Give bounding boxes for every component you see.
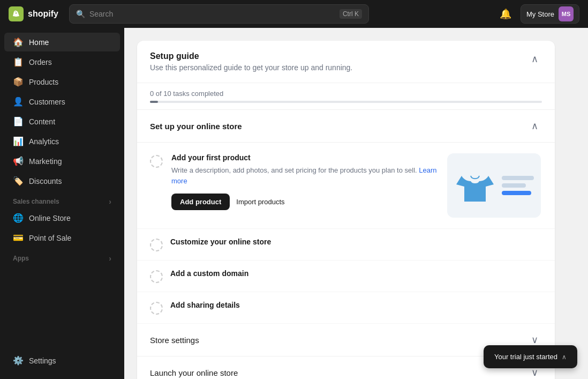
task-title-customize: Customize your online store [170, 237, 542, 246]
import-products-button[interactable]: Import products [236, 198, 284, 206]
tshirt-illustration-card [447, 153, 541, 218]
sidebar-item-online-store[interactable]: 🌐 Online Store [4, 209, 120, 227]
top-nav: shopify 🔍 Search Ctrl K 🔔 My Store MS [0, 0, 588, 28]
notifications-button[interactable]: 🔔 [496, 4, 515, 24]
app-body: 🏠 Home 📋 Orders 📦 Products 👤 Customers 📄… [0, 28, 588, 379]
point-of-sale-icon: 💳 [13, 233, 24, 243]
add-product-button[interactable]: Add product [171, 194, 230, 210]
setup-guide-header-text: Setup guide Use this personalized guide … [150, 51, 352, 72]
sidebar-item-customers[interactable]: 👤 Customers [4, 92, 120, 111]
trial-banner[interactable]: Your trial just started ∧ [484, 345, 577, 368]
sales-channels-label: Sales channels [13, 198, 59, 205]
sidebar-item-orders-label: Orders [29, 58, 52, 66]
products-icon: 📦 [13, 77, 24, 87]
sidebar-item-products-label: Products [29, 78, 58, 86]
sharing-details-task[interactable]: Add sharing details [137, 292, 555, 324]
settings-icon: ⚙️ [13, 355, 24, 366]
task-info-customize: Customize your online store [170, 237, 542, 249]
sidebar-item-discounts[interactable]: 🏷️ Discounts [4, 172, 120, 190]
task-circle-add-product [150, 155, 163, 168]
task-circle-sharing [150, 302, 163, 315]
task-circle-domain [150, 270, 163, 283]
progress-bar-background [150, 101, 542, 103]
task-circle-customize [150, 239, 163, 251]
task-title-domain: Add a custom domain [170, 269, 542, 278]
nav-right: 🔔 My Store MS [496, 4, 579, 24]
main-content: Setup guide Use this personalized guide … [124, 28, 588, 379]
task-illustration [446, 153, 542, 218]
task-actions: Add product Import products [171, 194, 437, 210]
sidebar-item-home[interactable]: 🏠 Home [4, 33, 120, 51]
setup-guide-collapse-button[interactable]: ∧ [527, 51, 542, 66]
trial-banner-chevron-icon: ∧ [562, 353, 567, 361]
content-icon: 📄 [13, 116, 24, 127]
task-title-sharing: Add sharing details [170, 301, 542, 309]
setup-guide-header: Setup guide Use this personalized guide … [137, 41, 555, 83]
trial-banner-text: Your trial just started [494, 353, 557, 361]
customize-store-task[interactable]: Customize your online store [137, 229, 555, 261]
task-title-add-product: Add your first product [171, 153, 437, 162]
discounts-icon: 🏷️ [13, 176, 24, 186]
progress-label: 0 of 10 tasks completed [150, 90, 542, 98]
task-info-domain: Add a custom domain [170, 269, 542, 281]
search-bar[interactable]: 🔍 Search Ctrl K [69, 4, 369, 24]
sidebar-item-content-label: Content [29, 117, 55, 126]
task-desc-text: Write a description, add photos, and set… [171, 166, 419, 174]
sidebar-bottom: ⚙️ Settings [0, 351, 124, 375]
store-settings-title: Store settings [150, 336, 199, 345]
sidebar-item-orders[interactable]: 📋 Orders [4, 53, 120, 71]
launch-online-store-title: Launch your online store [150, 368, 238, 377]
setup-card: Setup guide Use this personalized guide … [137, 41, 555, 379]
sidebar-item-products[interactable]: 📦 Products [4, 72, 120, 91]
tshirt-svg [454, 164, 496, 207]
add-first-product-task: Add your first product Write a descripti… [137, 143, 555, 229]
illustration-lines [502, 176, 534, 195]
task-info-add-product: Add your first product Write a descripti… [171, 153, 437, 210]
sidebar-item-customers-label: Customers [29, 98, 65, 106]
analytics-icon: 📊 [13, 136, 24, 146]
sidebar-item-content[interactable]: 📄 Content [4, 112, 120, 131]
avatar: MS [559, 6, 574, 21]
online-store-section-header[interactable]: Set up your online store ∧ [137, 110, 555, 143]
shopify-text: shopify [28, 9, 58, 19]
orders-icon: 📋 [13, 57, 24, 67]
sidebar-item-point-of-sale-label: Point of Sale [29, 234, 71, 242]
sidebar: 🏠 Home 📋 Orders 📦 Products 👤 Customers 📄… [0, 28, 124, 379]
store-name: My Store [526, 10, 554, 18]
setup-progress: 0 of 10 tasks completed [137, 83, 555, 110]
apps-section: Apps › [0, 248, 124, 265]
online-store-icon: 🌐 [13, 213, 24, 223]
sidebar-item-marketing-label: Marketing [29, 157, 62, 166]
sidebar-item-settings-label: Settings [29, 356, 56, 365]
customers-icon: 👤 [13, 96, 24, 107]
task-info-sharing: Add sharing details [170, 301, 542, 313]
sidebar-item-analytics-label: Analytics [29, 137, 59, 146]
apps-expand-icon[interactable]: › [109, 254, 111, 263]
sidebar-item-discounts-label: Discounts [29, 177, 62, 185]
apps-label: Apps [13, 255, 29, 262]
setup-guide-description: Use this personalized guide to get your … [150, 63, 352, 72]
sidebar-item-home-label: Home [29, 38, 49, 47]
shopify-logo[interactable]: shopify [9, 6, 58, 21]
shopify-logo-icon [9, 6, 24, 21]
setup-guide-title: Setup guide [150, 51, 352, 61]
progress-bar-fill [150, 101, 158, 103]
sidebar-item-point-of-sale[interactable]: 💳 Point of Sale [4, 228, 120, 247]
online-store-section-title: Set up your online store [150, 122, 242, 131]
sidebar-item-online-store-label: Online Store [29, 214, 71, 222]
sales-channels-section: Sales channels › [0, 191, 124, 208]
sidebar-item-marketing[interactable]: 📢 Marketing [4, 152, 120, 170]
search-placeholder: Search [89, 10, 113, 18]
home-icon: 🏠 [13, 37, 24, 47]
search-shortcut: Ctrl K [340, 9, 362, 19]
sidebar-item-analytics[interactable]: 📊 Analytics [4, 132, 120, 151]
marketing-icon: 📢 [13, 156, 24, 166]
sidebar-item-settings[interactable]: ⚙️ Settings [4, 351, 120, 370]
task-desc-add-product: Write a description, add photos, and set… [171, 165, 437, 186]
sales-channels-expand-icon[interactable]: › [109, 197, 111, 206]
custom-domain-task[interactable]: Add a custom domain [137, 261, 555, 292]
online-store-section-collapse-button[interactable]: ∧ [527, 118, 542, 133]
store-button[interactable]: My Store MS [521, 4, 579, 24]
search-icon: 🔍 [76, 10, 85, 18]
